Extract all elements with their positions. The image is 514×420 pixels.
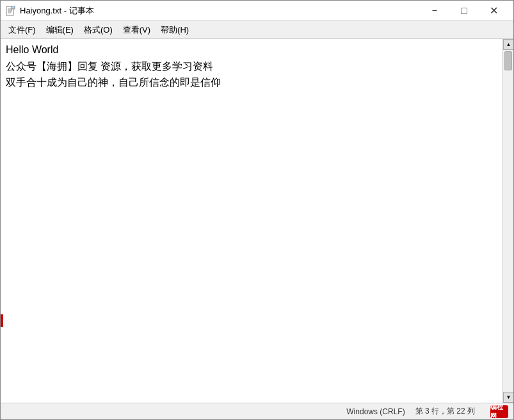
content-wrapper: Hello World 公众号【海拥】回复 资源，获取更多学习资料 双手合十成为… bbox=[1, 39, 513, 403]
scroll-down-button[interactable]: ▼ bbox=[503, 392, 513, 403]
window-controls: － □ ✕ bbox=[420, 1, 508, 21]
close-button[interactable]: ✕ bbox=[479, 1, 508, 21]
status-info: Windows (CRLF) 第 3 行，第 22 列 编程网 bbox=[346, 405, 508, 418]
menu-file[interactable]: 文件(F) bbox=[3, 22, 41, 38]
red-marker bbox=[1, 314, 3, 327]
svg-rect-1 bbox=[12, 6, 15, 9]
brand-logo-text: 编程网 bbox=[490, 403, 508, 421]
cursor-position: 第 3 行，第 22 列 bbox=[415, 406, 475, 417]
text-editor[interactable]: Hello World 公众号【海拥】回复 资源，获取更多学习资料 双手合十成为… bbox=[1, 39, 502, 403]
scroll-up-icon: ▲ bbox=[506, 42, 511, 47]
menu-format[interactable]: 格式(O) bbox=[79, 22, 118, 38]
menu-help[interactable]: 帮助(H) bbox=[156, 22, 194, 38]
content-relative: Hello World 公众号【海拥】回复 资源，获取更多学习资料 双手合十成为… bbox=[1, 39, 502, 403]
scrollbar-thumb[interactable] bbox=[504, 51, 512, 70]
window-title: Haiyong.txt - 记事本 bbox=[20, 5, 420, 17]
scroll-up-button[interactable]: ▲ bbox=[503, 39, 513, 50]
status-bar: Windows (CRLF) 第 3 行，第 22 列 编程网 bbox=[1, 403, 513, 419]
menu-edit[interactable]: 编辑(E) bbox=[41, 22, 79, 38]
notepad-window: Haiyong.txt - 记事本 － □ ✕ 文件(F) 编辑(E) 格式(O… bbox=[0, 0, 514, 420]
menu-bar: 文件(F) 编辑(E) 格式(O) 查看(V) 帮助(H) bbox=[1, 21, 513, 39]
menu-view[interactable]: 查看(V) bbox=[118, 22, 156, 38]
vertical-scrollbar: ▲ ▼ bbox=[502, 39, 513, 403]
minimize-button[interactable]: － bbox=[420, 1, 449, 21]
maximize-button[interactable]: □ bbox=[449, 1, 479, 21]
scroll-down-icon: ▼ bbox=[506, 394, 511, 400]
app-icon bbox=[6, 6, 16, 16]
scrollbar-track-area[interactable] bbox=[503, 50, 513, 392]
encoding-label: Windows (CRLF) bbox=[346, 407, 405, 416]
brand-logo: 编程网 bbox=[490, 405, 508, 418]
title-bar: Haiyong.txt - 记事本 － □ ✕ bbox=[1, 1, 513, 21]
